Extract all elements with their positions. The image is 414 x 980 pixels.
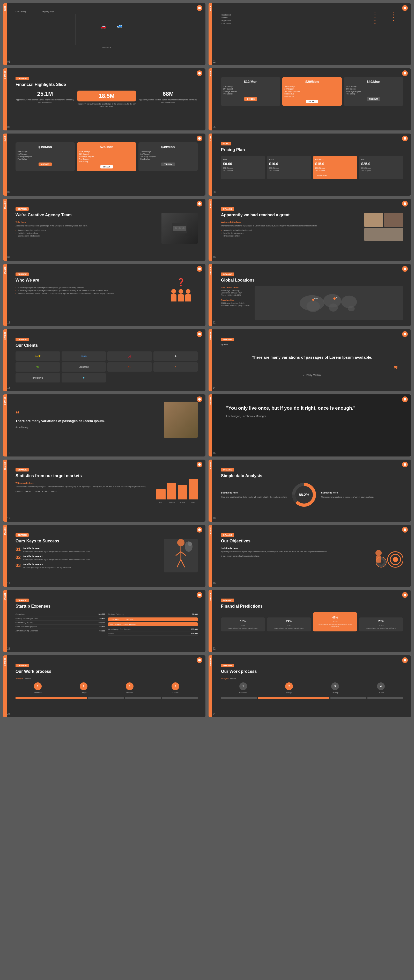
pred-value: 47% — [315, 616, 355, 619]
reached-text: Apparently we had reached a great Write … — [221, 213, 362, 241]
bullet-item: If you are going to use a passage of Lor… — [16, 286, 161, 289]
slide-title: Global Locations — [221, 278, 403, 283]
slide-work-process-1: ORANGE ORANGE Our Work process Analysis … — [3, 655, 205, 718]
slide-title: Statistics from our target markets — [16, 474, 154, 478]
financial-content: ORANGE Financial Highlights Slide 25.1M … — [11, 76, 198, 108]
slide-number: 21 — [7, 647, 10, 650]
features: 5GB Storage24/7 Support50 Image Template… — [18, 150, 73, 161]
bar-4: 2020 — [189, 479, 198, 500]
predictions-layout: 19% 2020 Apparently we had reached a gre… — [221, 612, 403, 632]
locations-layout: USA Center office 4723 Adage, Lorem City… — [221, 286, 403, 320]
clients-grid: nick SNAG 𝓐 ◆ 🌿 LIFESTAGE 🗝 ↗ BROOKLYN ⚛ — [16, 352, 198, 382]
step-design: 2 Design — [267, 682, 312, 694]
agency-content-wrap: ORANGE We're Creative Agency Team Title … — [11, 206, 198, 244]
location-detail: 4723 Adage, Lorem City 4Lake Forest, 330… — [221, 289, 252, 296]
plan-features: 2GB Storage24/7 Support — [315, 167, 355, 172]
pred-desc: Apparently we had reached a great height… — [315, 624, 355, 628]
person-3 — [185, 289, 191, 301]
plan-price: $25.0 — [361, 162, 401, 166]
premium-button[interactable]: PREMIUM — [161, 162, 175, 166]
pricing-card-featured: $29/Mon 10GB Storage24/7 Support100 Imag… — [282, 77, 342, 106]
expenses-col-right: First and Partnering $8,000 Consultants … — [108, 612, 198, 636]
accent-bar: SLIDE — [209, 68, 212, 130]
car-icon-2: 🚙 — [116, 23, 124, 27]
client-react: ⚛ — [62, 373, 106, 382]
data-subtitle-right: Subtitle is here — [321, 491, 374, 495]
agency-bullets: Apparently we had touched a great height… — [16, 229, 159, 237]
location-usa: USA Center office 4723 Adage, Lorem City… — [221, 286, 252, 296]
objectives-illustration — [367, 539, 403, 579]
who-layout: Who We are If you are going to use a pas… — [16, 278, 198, 301]
accent-bar: ORANGE — [3, 329, 7, 391]
partners-row: Partners LOGO LOGO LOGO LOGO — [16, 490, 154, 492]
slide-tag: ORANGE — [16, 664, 29, 667]
slide-logo — [197, 135, 202, 141]
accent-bar: ORANGE — [209, 655, 212, 718]
data-subtitle-left: Subtitle is here — [221, 491, 287, 495]
reached-desc: There are many variations of passages of… — [221, 224, 362, 227]
pp-card-pro: Pro $25.0 2GB Storage24/7 Support — [359, 156, 403, 179]
data-desc-right: There are many variations of passages of… — [321, 496, 374, 499]
accent-bar: ORANGE — [3, 199, 7, 261]
slide-quote: ORANGE ORANGE Quote There are many varia… — [209, 329, 411, 391]
photo-quote-text-content: There are many variations of passages of… — [16, 419, 161, 423]
accent-bar: SLIDE — [209, 3, 212, 65]
location-detail: 234 Moscow, Svuchkin, Suite 1,2nd Street… — [221, 302, 252, 307]
slide-title: Financial Predictions — [221, 604, 403, 609]
slide-number: 05 — [7, 126, 10, 128]
question-marks: ❓ — [164, 278, 198, 286]
bar-3: Al 2019 — [178, 485, 187, 500]
slide-title: We're Creative Agency Team — [16, 213, 159, 217]
person-2 — [178, 289, 184, 301]
timeline-block-gray-2 — [125, 697, 161, 699]
slide-logo — [197, 657, 202, 663]
table-row: Dedicated●● — [221, 14, 403, 16]
client-key: 🗝 — [107, 362, 152, 372]
step-label: Develop — [313, 692, 357, 694]
slide-logo — [197, 266, 202, 272]
process-steps: 1 Research 2 Design 3 Develop 4 Launch — [16, 682, 198, 694]
keys-content-wrap: ORANGE Ours Keys to Success 01 Subtitle … — [11, 532, 198, 573]
svg-point-4 — [182, 227, 185, 229]
choose-button[interactable]: CHOOSE — [244, 97, 257, 101]
expense-value: $55,000 — [191, 628, 198, 630]
expense-row-5: Advertising/Mktg. Expenses $3,000 — [16, 629, 105, 633]
label-notice: Notice — [230, 678, 236, 680]
matrix-content: ●● Dedicated●● Hobby●● High Value●● Low … — [216, 10, 403, 25]
pred-desc: Apparently we had reached a great height… — [361, 627, 401, 629]
pred-year: 2023 — [361, 624, 401, 627]
row-label: High Value — [221, 19, 365, 22]
client-arrow: ↗ — [153, 362, 198, 372]
row-label: Low Value — [221, 22, 365, 25]
process-labels-row: Analysis Notice — [221, 678, 403, 680]
choose-button[interactable]: CHOOSE — [38, 162, 51, 166]
accent-bar: ORANGE — [3, 655, 7, 718]
svg-point-13 — [333, 298, 336, 300]
timeline-block-orange — [258, 697, 330, 699]
expense-label: Others — [108, 632, 114, 634]
quote-mark: ❞ — [226, 364, 398, 374]
select-button[interactable]: SELECT — [306, 100, 318, 103]
expense-label: Web County - Grid Template — [108, 628, 131, 630]
slide-logo — [197, 331, 202, 337]
accent-bar: ORANGE — [3, 460, 7, 522]
step-label: Research — [221, 692, 266, 694]
recommend-badge: Recommended — [315, 174, 329, 177]
price: $19/Mon — [223, 80, 278, 84]
pricing-cards: $19/Mon 5GB Storage24/7 Support50 Image … — [221, 77, 403, 106]
reached-subtitle: Write subtitle here — [221, 221, 362, 224]
key-desc: Apparently we had reached a great height… — [23, 558, 161, 560]
slide-number: 01 — [7, 60, 10, 63]
step-label: Develop — [107, 692, 152, 694]
pricing-card-3: $49/Mon 15GB Storage24/7 Support200 Imag… — [139, 142, 198, 171]
label-analysis: Analysis — [221, 678, 229, 680]
metric-desc: Apparently we had reached a great height… — [77, 103, 136, 108]
slide-pricing-left: SLIDE $19/Mon 5GB Storage24/7 Support50 … — [3, 134, 205, 196]
select-button[interactable]: SELECT — [100, 165, 113, 169]
svg-text:RU: RU — [336, 297, 338, 298]
quote-content-wrap: ORANGE Quote There are many variations o… — [216, 336, 403, 382]
matrix-table: ●● Dedicated●● Hobby●● High Value●● Low … — [221, 10, 403, 25]
premium-button[interactable]: PREMIUM — [367, 97, 381, 101]
slide-logo — [197, 527, 202, 533]
label-notice: Notice — [25, 678, 31, 680]
